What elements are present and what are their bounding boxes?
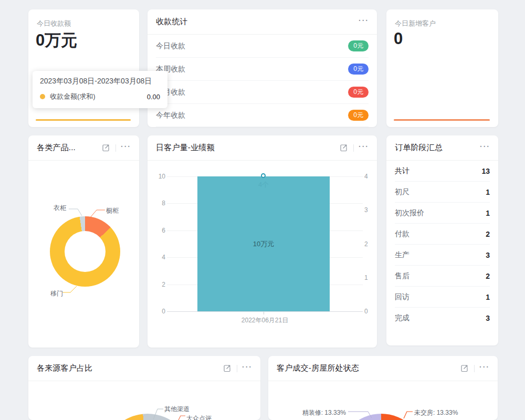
source-pie-header: 各来源客户占比 ··· [28, 356, 260, 381]
leader-line [62, 285, 79, 294]
product-donut-title: 各类产品... [37, 143, 76, 153]
more-icon[interactable]: ··· [480, 364, 489, 373]
source-label-other: 其他渠道 [164, 405, 190, 414]
divider [116, 144, 116, 152]
order-stages-title: 订单阶段汇总 [395, 143, 443, 153]
stage-label: 初次报价 [395, 208, 424, 218]
stage-count: 2 [486, 272, 490, 280]
expand-icon[interactable] [459, 364, 469, 373]
stage-label: 售后 [395, 271, 410, 281]
chart-tooltip: 2023年03月08日-2023年03月08日 收款金额(求和) 0.00 [33, 71, 167, 108]
deal-label-weijiaofang: 未交房: 13.33% [414, 408, 458, 417]
collection-stats-header: 收款统计 ··· [148, 9, 377, 35]
right-axis-tick: 0 [364, 307, 377, 316]
leader-line [68, 208, 84, 217]
leader-line [403, 411, 414, 419]
amount-badge: 0元 [348, 110, 369, 121]
source-pie-title: 各来源客户占比 [37, 363, 92, 373]
order-stages-header: 订单阶段汇总 ··· [386, 135, 498, 161]
stage-label: 完成 [395, 313, 410, 323]
expand-icon[interactable] [222, 364, 232, 373]
right-axis-tick: 3 [364, 206, 377, 214]
dashboard: 今日收款额 0万元 2023年03月08日-2023年03月08日 收款金额(求… [0, 0, 525, 420]
product-donut-header: 各类产品... ··· [28, 135, 139, 161]
series-dot-icon [40, 94, 45, 99]
divider [237, 365, 237, 372]
left-axis-tick: 8 [152, 199, 165, 207]
stage-label: 付款 [395, 229, 410, 239]
stage-row: 初尺 1 [395, 182, 490, 203]
stage-count: 3 [486, 314, 490, 322]
card-product-donut: 各类产品... ··· 衣柜 橱柜 移门 [28, 135, 139, 348]
tooltip-date-range: 2023年03月08日-2023年03月08日 [40, 77, 160, 86]
card-order-stages: 订单阶段汇总 ··· 共计 13 初尺 1 初次报价 1 付款 2 [386, 135, 498, 345]
deal-pie-title: 客户成交-房屋所处状态 [277, 363, 359, 373]
row-label: 今日收款 [156, 41, 185, 51]
expand-icon[interactable] [101, 143, 110, 153]
left-axis-tick: 2 [152, 280, 165, 289]
leader-line [348, 411, 373, 419]
new-customers-label: 今日新增客户 [395, 19, 436, 28]
stage-row: 初次报价 1 [395, 203, 490, 224]
right-axis-tick: 4 [364, 172, 377, 181]
left-axis-tick: 10 [152, 172, 165, 181]
collection-row-year: 今年收款 0元 [156, 104, 369, 127]
collection-row-week: 本周收款 0元 [156, 58, 369, 81]
divider [353, 144, 354, 152]
stage-count: 2 [486, 230, 490, 238]
card-today-amount: 今日收款额 0万元 [28, 9, 139, 127]
stage-count: 1 [486, 293, 490, 301]
today-amount-sparkline [36, 119, 131, 121]
today-amount-label: 今日收款额 [37, 19, 71, 28]
stage-label: 初尺 [395, 187, 410, 197]
x-axis-tickmark [264, 312, 264, 314]
today-amount-value: 0万元 [36, 29, 77, 51]
leader-line [153, 408, 164, 420]
tooltip-series-label: 收款金额(求和) [50, 92, 96, 101]
collection-row-month: 本月收款 0元 [156, 81, 369, 104]
stage-count: 1 [486, 209, 490, 217]
bar-value-label: 10万元 [197, 239, 330, 249]
amount-badge: 0元 [348, 40, 369, 52]
tooltip-series-row: 收款金额(求和) 0.00 [40, 92, 160, 101]
new-customers-value: 0 [394, 29, 403, 48]
stage-label: 回访 [395, 292, 410, 302]
more-icon[interactable]: ··· [359, 17, 369, 27]
daily-chart-title: 日客户量-业绩额 [156, 143, 215, 153]
deal-pie-header: 客户成交-房屋所处状态 ··· [268, 356, 498, 381]
left-axis-tick: 0 [152, 307, 165, 316]
right-axis-tick: 2 [364, 240, 377, 248]
divider [474, 365, 475, 372]
amount-badge: 0元 [348, 64, 369, 75]
card-collection-stats: 收款统计 ··· 今日收款 0元 本周收款 0元 本月收款 0元 今年收款 0元 [148, 9, 377, 127]
more-icon[interactable]: ··· [121, 143, 131, 153]
leader-line [89, 209, 106, 218]
stage-label: 生产 [395, 250, 410, 260]
stage-row: 生产 3 [395, 245, 490, 266]
collection-row-today: 今日收款 0元 [156, 35, 369, 58]
x-axis-line [167, 311, 363, 312]
expand-icon[interactable] [339, 143, 348, 153]
donut-label-yimen: 移门 [50, 289, 63, 298]
customer-count-point[interactable] [261, 173, 266, 178]
card-new-customers: 今日新增客户 0 [386, 9, 498, 127]
card-source-pie: 各来源客户占比 ··· 其他渠道 大众点评 [28, 356, 260, 420]
daily-chart-header: 日客户量-业绩额 ··· [148, 135, 377, 161]
source-label-dianping: 大众点评 [186, 414, 212, 420]
more-icon[interactable]: ··· [480, 143, 490, 153]
more-icon[interactable]: ··· [243, 364, 252, 373]
collection-stats-title: 收款统计 [156, 17, 188, 27]
amount-badge: 0元 [348, 87, 369, 98]
leader-line [178, 415, 186, 420]
card-deal-pie: 客户成交-房屋所处状态 ··· 精装修: 13.33% 未交房: 13.33% [268, 356, 498, 420]
donut-label-chugui: 橱柜 [106, 206, 119, 215]
stage-count: 3 [486, 251, 490, 259]
donut-hole [65, 231, 106, 272]
product-donut-chart[interactable] [50, 216, 120, 287]
more-icon[interactable]: ··· [359, 143, 369, 153]
stage-label: 共计 [395, 166, 410, 176]
left-axis-tick: 4 [152, 253, 165, 261]
row-label: 今年收款 [156, 111, 185, 120]
stage-row: 回访 1 [395, 287, 490, 308]
x-axis-label: 2022年06月21日 [167, 316, 363, 325]
